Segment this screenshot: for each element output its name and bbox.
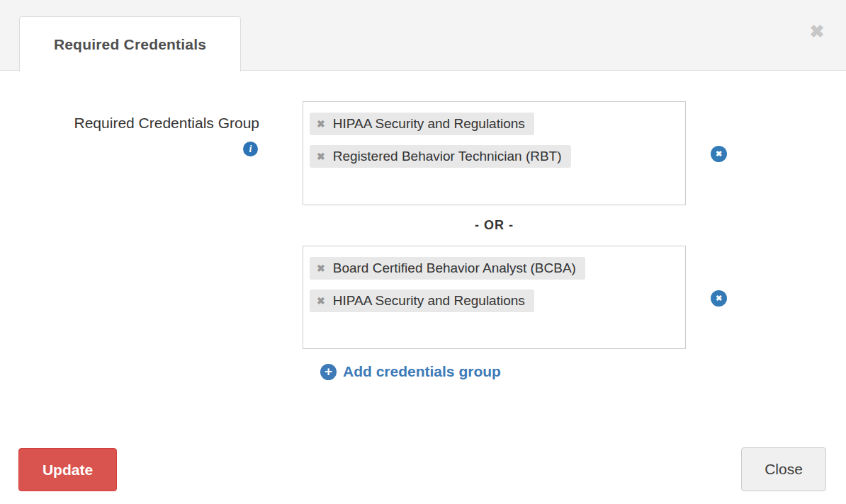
credential-tag-label: Registered Behavior Technician (RBT): [333, 149, 562, 164]
modal-close-icon[interactable]: ✖: [805, 19, 829, 43]
credential-tag: ✖ Board Certified Behavior Analyst (BCBA…: [310, 257, 585, 280]
required-credentials-modal: ✖ Required Credentials Required Credenti…: [0, 0, 846, 504]
credential-tag: ✖ HIPAA Security and Regulations: [310, 113, 534, 135]
add-credentials-group-label: Add credentials group: [343, 363, 501, 380]
credential-tag-label: Board Certified Behavior Analyst (BCBA): [333, 260, 576, 276]
close-button[interactable]: Close: [741, 447, 826, 491]
credential-tag: ✖ HIPAA Security and Regulations: [310, 290, 534, 312]
or-separator: - OR -: [303, 218, 686, 233]
credentials-group-1-select[interactable]: ✖ HIPAA Security and Regulations ✖ Regis…: [303, 101, 686, 205]
credentials-group-2-select[interactable]: ✖ Board Certified Behavior Analyst (BCBA…: [303, 246, 686, 349]
credential-tag: ✖ Registered Behavior Technician (RBT): [310, 145, 571, 168]
credential-tag-label: HIPAA Security and Regulations: [333, 116, 525, 132]
tag-remove-icon[interactable]: ✖: [317, 263, 325, 273]
info-icon[interactable]: i: [243, 142, 258, 156]
remove-group-1-button[interactable]: ✖: [711, 146, 727, 162]
credential-tag-label: HIPAA Security and Regulations: [333, 293, 525, 309]
add-credentials-group-link[interactable]: + Add credentials group: [320, 363, 501, 380]
tag-remove-icon[interactable]: ✖: [317, 296, 325, 306]
required-credentials-group-label: Required Credentials Group: [0, 113, 259, 132]
remove-group-2-button[interactable]: ✖: [711, 290, 727, 307]
tab-label: Required Credentials: [54, 36, 206, 53]
plus-circle-icon: +: [320, 364, 337, 380]
tag-remove-icon[interactable]: ✖: [317, 151, 325, 161]
update-button[interactable]: Update: [18, 448, 117, 491]
tag-remove-icon[interactable]: ✖: [317, 119, 325, 129]
tab-required-credentials[interactable]: Required Credentials: [19, 16, 241, 71]
